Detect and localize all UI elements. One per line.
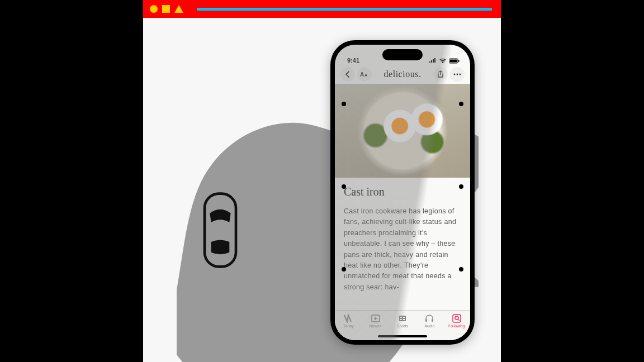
svg-text:A: A xyxy=(364,73,367,77)
article-heading: Cast iron xyxy=(344,185,461,198)
marker-dot xyxy=(342,184,346,189)
tab-audio[interactable]: Audio xyxy=(416,313,442,328)
tab-sports[interactable]: Sports xyxy=(390,313,415,328)
battery-icon xyxy=(449,58,460,64)
share-button[interactable] xyxy=(433,67,448,82)
marker-dot xyxy=(342,267,346,272)
window-control-triangle-icon[interactable] xyxy=(174,5,183,13)
marker-dot xyxy=(459,267,463,272)
newsplus-icon xyxy=(370,313,381,323)
cellular-signal-icon xyxy=(429,58,437,64)
marker-dot xyxy=(459,102,463,106)
marker-dot xyxy=(459,184,463,189)
sports-icon xyxy=(397,313,408,323)
today-icon xyxy=(343,313,354,323)
tab-label: Today xyxy=(343,324,354,328)
browser-frame: 9:41 AA xyxy=(143,0,501,362)
back-button[interactable] xyxy=(340,67,355,82)
svg-rect-0 xyxy=(205,194,236,267)
article-body[interactable]: Cast iron Cast iron cookware has legions… xyxy=(335,178,470,293)
headphones-icon xyxy=(424,313,435,323)
following-icon xyxy=(451,313,462,323)
tab-label: News+ xyxy=(370,324,382,328)
svg-rect-15 xyxy=(425,319,427,322)
window-control-circle-icon[interactable] xyxy=(150,5,158,13)
tab-label: Sports xyxy=(397,324,408,328)
iphone-device-frame: 9:41 AA xyxy=(330,40,475,345)
more-button[interactable] xyxy=(450,67,465,82)
ellipsis-icon xyxy=(453,73,461,75)
svg-point-6 xyxy=(454,74,456,75)
svg-point-8 xyxy=(460,74,461,75)
article-nav-bar: AA delicious. xyxy=(335,65,470,84)
tab-newsplus[interactable]: News+ xyxy=(363,313,389,328)
svg-rect-12 xyxy=(403,317,405,318)
chevron-left-icon xyxy=(345,71,351,78)
svg-rect-17 xyxy=(453,315,461,322)
window-control-square-icon[interactable] xyxy=(162,5,170,13)
svg-rect-11 xyxy=(400,317,402,318)
phone-screen: 9:41 AA xyxy=(335,45,470,340)
address-bar-line xyxy=(197,8,492,11)
tab-today[interactable]: Today xyxy=(335,313,361,328)
article-hero-image xyxy=(335,84,470,178)
svg-text:A: A xyxy=(360,72,364,78)
svg-rect-13 xyxy=(400,319,402,320)
wifi-icon xyxy=(439,58,447,64)
share-icon xyxy=(437,70,444,78)
marker-dot xyxy=(342,102,346,106)
svg-point-7 xyxy=(457,74,458,75)
page-content: 9:41 AA xyxy=(143,18,501,362)
status-time: 9:41 xyxy=(347,57,359,64)
text-size-icon: AA xyxy=(360,71,369,78)
tab-following[interactable]: Following xyxy=(444,313,470,328)
tab-label: Audio xyxy=(424,324,434,328)
home-indicator[interactable] xyxy=(378,335,427,337)
svg-rect-16 xyxy=(432,319,433,322)
svg-rect-2 xyxy=(450,60,457,63)
article-paragraph: Cast iron cookware has legions of fans, … xyxy=(344,206,461,293)
svg-rect-3 xyxy=(458,60,460,62)
tab-label: Following xyxy=(448,324,465,328)
text-size-button[interactable]: AA xyxy=(357,67,372,82)
browser-titlebar xyxy=(143,0,501,18)
svg-rect-10 xyxy=(399,316,406,321)
publication-title: delicious. xyxy=(384,69,422,79)
dynamic-island xyxy=(382,49,423,60)
car-top-icon xyxy=(200,191,240,269)
svg-rect-14 xyxy=(403,319,405,320)
